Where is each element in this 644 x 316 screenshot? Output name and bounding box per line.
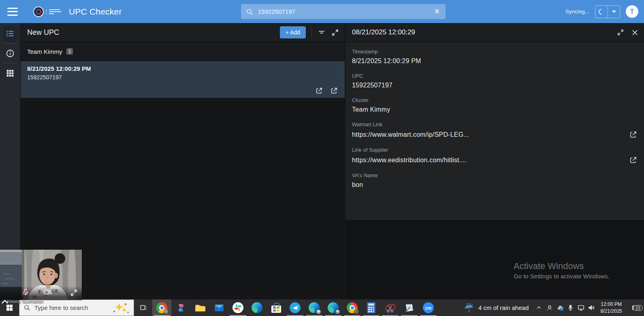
group-count-badge: 1 [66, 48, 73, 55]
clear-search-icon[interactable]: ✕ [433, 7, 441, 16]
close-detail-button[interactable] [631, 29, 638, 36]
sync-dropdown-button[interactable] [608, 6, 620, 18]
taskbar-app-snipping-tool[interactable] [381, 299, 400, 316]
meet-now-icon[interactable] [544, 304, 555, 312]
mail-icon [214, 303, 224, 313]
controls-divider [311, 28, 312, 37]
external-link-icon [629, 156, 638, 164]
mic-muted-icon[interactable] [21, 288, 30, 298]
tray-chevron-up-icon[interactable] [534, 305, 544, 311]
taskbar-app-mail[interactable] [209, 299, 228, 316]
taskbar-app-copilot[interactable] [171, 299, 190, 316]
external-link-icon [629, 130, 638, 139]
avatar[interactable]: T [626, 5, 638, 18]
copilot-sparkle-icon [111, 302, 130, 314]
onedrive-icon[interactable]: i [555, 304, 565, 312]
list-icon [6, 29, 15, 38]
chrome-profile-badge [354, 309, 359, 314]
group-header[interactable]: Team Kimmy 1 [21, 42, 345, 61]
expand-icon [617, 29, 624, 36]
taskbar-app-slack[interactable] [228, 299, 247, 316]
upc-checker-app: UPC Checker ✕ Syncing... T [0, 0, 644, 316]
taskbar-app-calculator[interactable] [362, 299, 381, 316]
taskbar-weather[interactable]: 4 cm of rain ahead [460, 299, 533, 316]
copilot-icon [176, 303, 186, 313]
card-timestamp: 8/21/2025 12:00:29 PM [27, 65, 338, 72]
windows-taskbar: Type here to search [0, 299, 644, 316]
info-icon [6, 49, 15, 58]
collapse-video-chevron-icon[interactable] [0, 297, 10, 308]
video-bottom-gradient [0, 286, 82, 300]
spinner-icon [597, 8, 606, 16]
notification-center-button[interactable]: 23 [626, 304, 644, 312]
sidebar-divider [3, 63, 17, 64]
taskbar-app-notepad[interactable] [400, 299, 419, 316]
clock-time: 12:00 PM [601, 301, 622, 308]
upc-detail-panel: 08/21/2025 12:00:29 Timestamp 8/21/2025 … [345, 23, 644, 316]
taskbar-search-placeholder: Type here to search [34, 304, 111, 311]
sync-spinner-button[interactable] [595, 6, 608, 18]
volume-icon[interactable] [586, 304, 597, 312]
expand-icon [331, 29, 339, 36]
camera-icon[interactable] [43, 288, 53, 298]
sidebar-item-upc-list[interactable] [2, 25, 19, 42]
microsoft-store-icon [271, 305, 281, 313]
field-supplier-link: Link of Supplier https://www.eedistribut… [352, 147, 638, 164]
network-display-icon[interactable] [576, 304, 586, 312]
open-supplier-link-icon[interactable] [330, 87, 338, 95]
sidebar-item-apps[interactable] [2, 65, 19, 82]
notification-count-badge: 23 [633, 305, 643, 311]
taskbar-clock[interactable]: 12:00 PM 8/21/2025 [597, 301, 626, 314]
close-icon [631, 29, 638, 36]
expand-video-icon[interactable] [70, 289, 78, 298]
taskbar-app-zoom[interactable]: zm [419, 299, 438, 316]
sidebar-item-info[interactable] [2, 45, 19, 62]
microphone-icon[interactable] [565, 304, 576, 311]
page-title: UPC Checker [69, 7, 122, 17]
brand-logo-icon [33, 6, 44, 17]
taskbar-app-edge[interactable] [247, 299, 267, 316]
open-walmart-link-icon[interactable] [315, 87, 323, 95]
participant-name: Kimmy Guimaitan [7, 299, 44, 304]
add-button[interactable]: + Add [280, 26, 306, 38]
filter-button[interactable] [318, 28, 326, 36]
detail-panel-controls [617, 29, 638, 36]
taskbar-app-edge-profile-1[interactable] [305, 299, 324, 316]
taskbar-app-microsoft-store[interactable] [267, 299, 286, 316]
task-view-button[interactable] [134, 299, 152, 316]
search-icon [246, 8, 253, 15]
taskbar-app-file-explorer[interactable] [190, 299, 209, 316]
file-explorer-icon [194, 302, 205, 313]
brand-logo-text [46, 9, 62, 14]
card-upc: 15922507197 [27, 74, 338, 81]
expand-panel-button[interactable] [331, 29, 339, 36]
telegram-icon [290, 302, 301, 313]
taskbar-app-chrome[interactable] [152, 299, 171, 316]
webcam-video-overlay[interactable]: E N GE M Kimmy Guimaitan [0, 250, 82, 300]
sidebar-divider [3, 43, 17, 44]
menu-icon[interactable] [7, 8, 18, 16]
chrome-profile-badge [164, 309, 169, 314]
open-walmart-link-button[interactable] [629, 130, 638, 139]
detail-fields: Timestamp 8/21/2025 12:00:29 PM UPC 1592… [345, 42, 644, 221]
field-timestamp: Timestamp 8/21/2025 12:00:29 PM [352, 49, 638, 65]
system-tray: i 12:00 PM 8/21/2025 23 [534, 299, 644, 316]
app-header: UPC Checker ✕ Syncing... T [0, 0, 644, 23]
search-input[interactable] [257, 8, 433, 15]
sync-split-button [595, 5, 620, 18]
taskbar-app-edge-profile-2[interactable] [324, 299, 343, 316]
slack-icon [232, 302, 243, 313]
group-name: Team Kimmy [27, 48, 62, 55]
calculator-icon [367, 302, 375, 313]
taskbar-app-telegram[interactable] [286, 299, 305, 316]
field-va-name: VA's Name bon [352, 172, 638, 189]
upc-list-item[interactable]: 8/21/2025 12:00:29 PM 15922507197 [21, 61, 345, 98]
expand-detail-button[interactable] [617, 29, 624, 36]
taskbar-app-chrome-profile[interactable] [343, 299, 362, 316]
zoom-icon: zm [423, 302, 434, 313]
detail-panel-title: 08/21/2025 12:00:29 [352, 28, 415, 36]
snipping-tool-icon [385, 303, 396, 313]
list-panel-controls: + Add [280, 26, 339, 38]
clock-date: 8/21/2025 [601, 308, 622, 314]
open-supplier-link-button[interactable] [629, 156, 638, 164]
